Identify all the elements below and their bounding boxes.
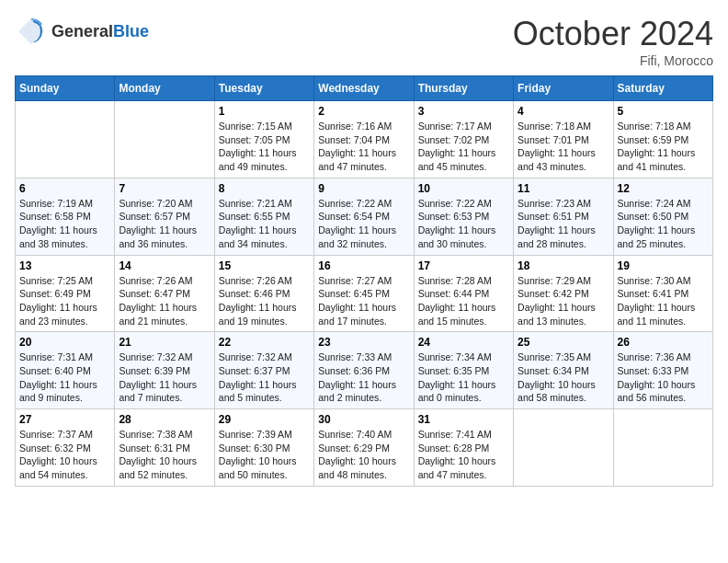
calendar-cell: 8Sunrise: 7:21 AMSunset: 6:55 PMDaylight… xyxy=(214,178,313,255)
day-number: 10 xyxy=(418,182,509,195)
day-details: Sunrise: 7:30 AMSunset: 6:41 PMDaylight:… xyxy=(618,274,709,328)
calendar-cell: 15Sunrise: 7:26 AMSunset: 6:46 PMDayligh… xyxy=(214,255,313,332)
col-header-saturday: Saturday xyxy=(613,76,712,101)
day-number: 4 xyxy=(518,105,609,118)
day-number: 3 xyxy=(418,105,509,118)
day-number: 2 xyxy=(318,105,409,118)
day-number: 23 xyxy=(318,336,409,349)
day-number: 17 xyxy=(418,259,509,272)
calendar-cell: 6Sunrise: 7:19 AMSunset: 6:58 PMDaylight… xyxy=(16,178,115,255)
day-details: Sunrise: 7:18 AMSunset: 7:01 PMDaylight:… xyxy=(518,120,609,174)
day-number: 12 xyxy=(618,182,709,195)
calendar-week-1: 1Sunrise: 7:15 AMSunset: 7:05 PMDaylight… xyxy=(16,101,713,178)
calendar-cell: 7Sunrise: 7:20 AMSunset: 6:57 PMDaylight… xyxy=(115,178,214,255)
calendar-cell: 9Sunrise: 7:22 AMSunset: 6:54 PMDaylight… xyxy=(314,178,414,255)
calendar-cell: 31Sunrise: 7:41 AMSunset: 6:28 PMDayligh… xyxy=(414,409,513,487)
calendar-cell: 13Sunrise: 7:25 AMSunset: 6:49 PMDayligh… xyxy=(16,255,115,332)
logo: General Blue xyxy=(15,15,149,48)
day-details: Sunrise: 7:39 AMSunset: 6:30 PMDaylight:… xyxy=(219,428,310,482)
calendar-week-4: 20Sunrise: 7:31 AMSunset: 6:40 PMDayligh… xyxy=(16,332,713,409)
day-details: Sunrise: 7:27 AMSunset: 6:45 PMDaylight:… xyxy=(318,274,409,328)
calendar-cell: 17Sunrise: 7:28 AMSunset: 6:44 PMDayligh… xyxy=(414,255,513,332)
day-details: Sunrise: 7:40 AMSunset: 6:29 PMDaylight:… xyxy=(318,428,409,482)
calendar-cell: 12Sunrise: 7:24 AMSunset: 6:50 PMDayligh… xyxy=(613,178,712,255)
calendar-cell xyxy=(514,409,613,487)
calendar-cell: 18Sunrise: 7:29 AMSunset: 6:42 PMDayligh… xyxy=(514,255,613,332)
day-details: Sunrise: 7:23 AMSunset: 6:51 PMDaylight:… xyxy=(518,197,609,251)
calendar-header-row: SundayMondayTuesdayWednesdayThursdayFrid… xyxy=(16,76,713,101)
day-details: Sunrise: 7:32 AMSunset: 6:39 PMDaylight:… xyxy=(119,350,210,405)
day-details: Sunrise: 7:25 AMSunset: 6:49 PMDaylight:… xyxy=(19,274,110,328)
day-details: Sunrise: 7:26 AMSunset: 6:47 PMDaylight:… xyxy=(119,274,210,328)
day-details: Sunrise: 7:29 AMSunset: 6:42 PMDaylight:… xyxy=(518,274,609,328)
day-details: Sunrise: 7:20 AMSunset: 6:57 PMDaylight:… xyxy=(119,197,210,251)
day-number: 8 xyxy=(219,182,310,195)
day-details: Sunrise: 7:22 AMSunset: 6:53 PMDaylight:… xyxy=(418,197,509,251)
day-details: Sunrise: 7:17 AMSunset: 7:02 PMDaylight:… xyxy=(418,120,509,174)
calendar-cell: 22Sunrise: 7:32 AMSunset: 6:37 PMDayligh… xyxy=(214,332,313,409)
day-details: Sunrise: 7:32 AMSunset: 6:37 PMDaylight:… xyxy=(219,350,310,405)
day-number: 15 xyxy=(219,259,310,272)
calendar-table: SundayMondayTuesdayWednesdayThursdayFrid… xyxy=(15,75,713,487)
day-number: 13 xyxy=(19,259,110,272)
calendar-cell: 1Sunrise: 7:15 AMSunset: 7:05 PMDaylight… xyxy=(214,101,313,178)
day-details: Sunrise: 7:38 AMSunset: 6:31 PMDaylight:… xyxy=(119,428,210,482)
calendar-cell: 4Sunrise: 7:18 AMSunset: 7:01 PMDaylight… xyxy=(514,101,613,178)
day-number: 20 xyxy=(19,336,110,349)
day-details: Sunrise: 7:22 AMSunset: 6:54 PMDaylight:… xyxy=(318,197,409,251)
calendar-cell xyxy=(115,101,214,178)
day-number: 18 xyxy=(518,259,609,272)
calendar-cell: 5Sunrise: 7:18 AMSunset: 6:59 PMDaylight… xyxy=(613,101,712,178)
day-number: 7 xyxy=(119,182,210,195)
calendar-cell: 24Sunrise: 7:34 AMSunset: 6:35 PMDayligh… xyxy=(414,332,513,409)
col-header-thursday: Thursday xyxy=(414,76,513,101)
calendar-cell: 3Sunrise: 7:17 AMSunset: 7:02 PMDaylight… xyxy=(414,101,513,178)
day-number: 25 xyxy=(518,336,609,349)
calendar-cell: 26Sunrise: 7:36 AMSunset: 6:33 PMDayligh… xyxy=(613,332,712,409)
day-number: 19 xyxy=(618,259,709,272)
day-number: 26 xyxy=(618,336,709,349)
calendar-cell: 10Sunrise: 7:22 AMSunset: 6:53 PMDayligh… xyxy=(414,178,513,255)
calendar-cell: 30Sunrise: 7:40 AMSunset: 6:29 PMDayligh… xyxy=(314,409,414,487)
calendar-cell xyxy=(16,101,115,178)
calendar-cell: 29Sunrise: 7:39 AMSunset: 6:30 PMDayligh… xyxy=(214,409,313,487)
day-details: Sunrise: 7:24 AMSunset: 6:50 PMDaylight:… xyxy=(618,197,709,251)
col-header-sunday: Sunday xyxy=(16,76,115,101)
calendar-cell: 16Sunrise: 7:27 AMSunset: 6:45 PMDayligh… xyxy=(314,255,414,332)
day-details: Sunrise: 7:36 AMSunset: 6:33 PMDaylight:… xyxy=(618,350,709,405)
calendar-cell: 2Sunrise: 7:16 AMSunset: 7:04 PMDaylight… xyxy=(314,101,414,178)
logo-icon xyxy=(15,15,48,48)
day-details: Sunrise: 7:35 AMSunset: 6:34 PMDaylight:… xyxy=(518,350,609,405)
day-details: Sunrise: 7:31 AMSunset: 6:40 PMDaylight:… xyxy=(19,350,110,405)
calendar-cell: 20Sunrise: 7:31 AMSunset: 6:40 PMDayligh… xyxy=(16,332,115,409)
logo-wordmark: General Blue xyxy=(51,22,149,41)
col-header-monday: Monday xyxy=(115,76,214,101)
day-number: 24 xyxy=(418,336,509,349)
day-number: 31 xyxy=(418,413,509,426)
calendar-week-2: 6Sunrise: 7:19 AMSunset: 6:58 PMDaylight… xyxy=(16,178,713,255)
day-number: 30 xyxy=(318,413,409,426)
col-header-friday: Friday xyxy=(514,76,613,101)
calendar-cell: 27Sunrise: 7:37 AMSunset: 6:32 PMDayligh… xyxy=(16,409,115,487)
logo-blue: Blue xyxy=(113,22,149,41)
calendar-week-3: 13Sunrise: 7:25 AMSunset: 6:49 PMDayligh… xyxy=(16,255,713,332)
day-details: Sunrise: 7:15 AMSunset: 7:05 PMDaylight:… xyxy=(219,120,310,174)
day-number: 27 xyxy=(19,413,110,426)
day-details: Sunrise: 7:34 AMSunset: 6:35 PMDaylight:… xyxy=(418,350,509,405)
day-number: 16 xyxy=(318,259,409,272)
calendar-week-5: 27Sunrise: 7:37 AMSunset: 6:32 PMDayligh… xyxy=(16,409,713,487)
month-title: October 2024 xyxy=(513,15,713,53)
col-header-wednesday: Wednesday xyxy=(314,76,414,101)
day-details: Sunrise: 7:26 AMSunset: 6:46 PMDaylight:… xyxy=(219,274,310,328)
title-block: October 2024 Fifi, Morocco xyxy=(513,15,713,68)
day-details: Sunrise: 7:37 AMSunset: 6:32 PMDaylight:… xyxy=(19,428,110,482)
day-number: 29 xyxy=(219,413,310,426)
page-header: General Blue October 2024 Fifi, Morocco xyxy=(15,15,713,68)
day-number: 28 xyxy=(119,413,210,426)
logo-general: General xyxy=(51,22,113,41)
day-number: 22 xyxy=(219,336,310,349)
calendar-cell: 28Sunrise: 7:38 AMSunset: 6:31 PMDayligh… xyxy=(115,409,214,487)
day-number: 9 xyxy=(318,182,409,195)
calendar-cell: 23Sunrise: 7:33 AMSunset: 6:36 PMDayligh… xyxy=(314,332,414,409)
day-details: Sunrise: 7:16 AMSunset: 7:04 PMDaylight:… xyxy=(318,120,409,174)
